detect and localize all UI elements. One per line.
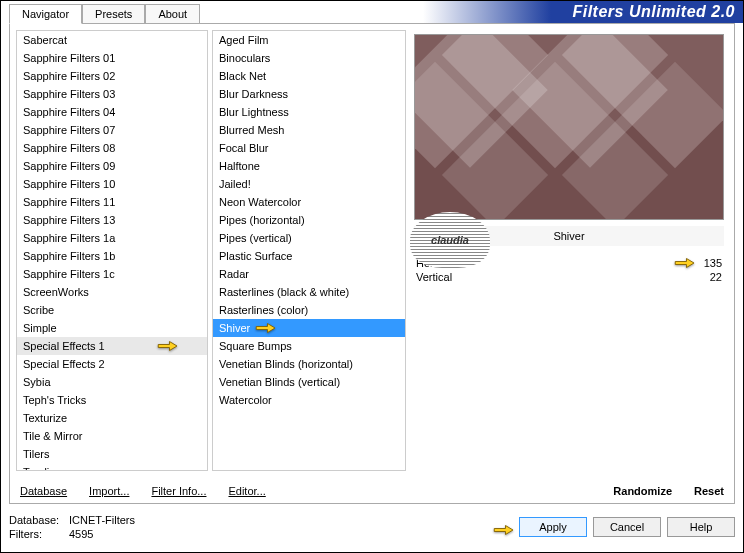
- apply-button[interactable]: Apply: [519, 517, 587, 537]
- category-item[interactable]: ScreenWorks: [17, 283, 207, 301]
- filter-item[interactable]: Neon Watercolor: [213, 193, 405, 211]
- category-item[interactable]: Sapphire Filters 08: [17, 139, 207, 157]
- filter-item[interactable]: Halftone: [213, 157, 405, 175]
- category-item[interactable]: Sapphire Filters 10: [17, 175, 207, 193]
- tab-about[interactable]: About: [145, 4, 200, 24]
- category-item[interactable]: Special Effects 2: [17, 355, 207, 373]
- category-item[interactable]: Sapphire Filters 11: [17, 193, 207, 211]
- category-item[interactable]: Teph's Tricks: [17, 391, 207, 409]
- category-item[interactable]: Sapphire Filters 03: [17, 85, 207, 103]
- preview-image: [414, 34, 724, 220]
- filter-item[interactable]: Pipes (horizontal): [213, 211, 405, 229]
- param-horizontal[interactable]: Horizontal 135: [414, 256, 724, 270]
- titlebar: Filters Unlimited 2.0: [423, 1, 743, 23]
- navigator-panel: SabercatSapphire Filters 01Sapphire Filt…: [9, 23, 735, 504]
- filter-list[interactable]: Aged FilmBinocularsBlack NetBlur Darknes…: [212, 30, 406, 471]
- filter-name-row: claudia Shiver: [414, 226, 724, 246]
- category-item[interactable]: Sapphire Filters 07: [17, 121, 207, 139]
- param-value: 22: [710, 271, 722, 283]
- pointer-icon: [155, 337, 181, 355]
- params: Horizontal 135 Vertical 22: [414, 256, 724, 284]
- category-item[interactable]: Sybia: [17, 373, 207, 391]
- category-item[interactable]: Special Effects 1: [17, 337, 207, 355]
- footer: Database:ICNET-Filters Filters:4595 Appl…: [9, 508, 735, 546]
- filter-item[interactable]: Focal Blur: [213, 139, 405, 157]
- filter-item[interactable]: Square Bumps: [213, 337, 405, 355]
- database-link[interactable]: Database: [20, 485, 67, 497]
- category-item[interactable]: Sapphire Filters 04: [17, 103, 207, 121]
- param-vertical[interactable]: Vertical 22: [414, 270, 724, 284]
- app-title: Filters Unlimited 2.0: [572, 3, 735, 21]
- cancel-button[interactable]: Cancel: [593, 517, 661, 537]
- footer-buttons: Apply Cancel Help: [519, 517, 735, 537]
- category-item[interactable]: Sapphire Filters 09: [17, 157, 207, 175]
- footer-info: Database:ICNET-Filters Filters:4595: [9, 513, 135, 541]
- filter-item[interactable]: Jailed!: [213, 175, 405, 193]
- category-item[interactable]: Tile & Mirror: [17, 427, 207, 445]
- category-item[interactable]: Texturize: [17, 409, 207, 427]
- filter-item[interactable]: Venetian Blinds (vertical): [213, 373, 405, 391]
- import-link[interactable]: Import...: [89, 485, 129, 497]
- filter-item[interactable]: Blurred Mesh: [213, 121, 405, 139]
- filter-item[interactable]: Binoculars: [213, 49, 405, 67]
- filter-item[interactable]: Radar: [213, 265, 405, 283]
- param-label: Vertical: [416, 271, 452, 283]
- category-item[interactable]: Sabercat: [17, 31, 207, 49]
- category-item[interactable]: Sapphire Filters 1b: [17, 247, 207, 265]
- db-value: ICNET-Filters: [69, 513, 135, 527]
- filters-label: Filters:: [9, 527, 63, 541]
- bottom-links: Database Import... Filter Info... Editor…: [20, 485, 724, 497]
- pointer-icon: [491, 521, 517, 539]
- filters-value: 4595: [69, 527, 93, 541]
- category-item[interactable]: Sapphire Filters 02: [17, 67, 207, 85]
- filter-item[interactable]: Blur Darkness: [213, 85, 405, 103]
- category-item[interactable]: Toadies: [17, 463, 207, 471]
- param-value: 135: [704, 257, 722, 269]
- randomize-button[interactable]: Randomize: [613, 485, 672, 497]
- filter-item[interactable]: Watercolor: [213, 391, 405, 409]
- category-item[interactable]: Sapphire Filters 1c: [17, 265, 207, 283]
- reset-button[interactable]: Reset: [694, 485, 724, 497]
- filter-item[interactable]: Rasterlines (black & white): [213, 283, 405, 301]
- preview-panel: claudia Shiver Horizontal 135 Vertical 2…: [410, 30, 728, 471]
- filter-item[interactable]: Black Net: [213, 67, 405, 85]
- category-item[interactable]: Simple: [17, 319, 207, 337]
- current-filter-name: Shiver: [553, 230, 584, 242]
- category-list[interactable]: SabercatSapphire Filters 01Sapphire Filt…: [16, 30, 208, 471]
- category-item[interactable]: Sapphire Filters 1a: [17, 229, 207, 247]
- help-button[interactable]: Help: [667, 517, 735, 537]
- filter-item[interactable]: Plastic Surface: [213, 247, 405, 265]
- filter-item[interactable]: Venetian Blinds (horizontal): [213, 355, 405, 373]
- filter-item[interactable]: Aged Film: [213, 31, 405, 49]
- tab-navigator[interactable]: Navigator: [9, 4, 82, 24]
- filter-item[interactable]: Blur Lightness: [213, 103, 405, 121]
- filter-item[interactable]: Pipes (vertical): [213, 229, 405, 247]
- filter-info-link[interactable]: Filter Info...: [151, 485, 206, 497]
- category-item[interactable]: Sapphire Filters 13: [17, 211, 207, 229]
- tab-presets[interactable]: Presets: [82, 4, 145, 24]
- category-item[interactable]: Tilers: [17, 445, 207, 463]
- editor-link[interactable]: Editor...: [228, 485, 265, 497]
- pointer-icon: [253, 319, 279, 337]
- filter-item[interactable]: Rasterlines (color): [213, 301, 405, 319]
- category-item[interactable]: Sapphire Filters 01: [17, 49, 207, 67]
- filter-item[interactable]: Shiver: [213, 319, 405, 337]
- tabs: Navigator Presets About: [9, 4, 200, 24]
- param-label: Horizontal: [416, 257, 466, 269]
- category-item[interactable]: Scribe: [17, 301, 207, 319]
- db-label: Database:: [9, 513, 63, 527]
